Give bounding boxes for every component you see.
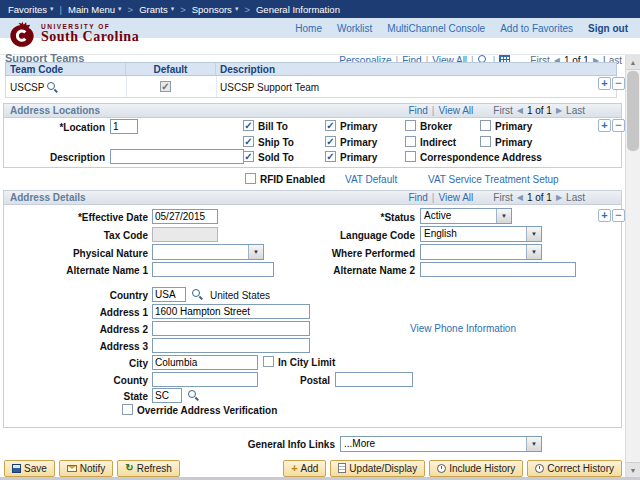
next-arrow-icon[interactable]: ▶ [556, 193, 562, 202]
alternate-name-2-input[interactable] [420, 262, 576, 277]
breadcrumb-sponsors[interactable]: Sponsors ▾ [192, 4, 239, 15]
bill-primary-checkbox[interactable] [325, 120, 336, 131]
add-location-button[interactable]: + [598, 119, 611, 132]
sold-to-checkbox[interactable] [243, 151, 254, 162]
broker-primary-checkbox[interactable] [480, 120, 491, 131]
address-2-input[interactable] [152, 321, 310, 336]
add-button[interactable]: + Add [283, 460, 326, 477]
indirect-label: Indirect [420, 137, 456, 148]
refresh-button[interactable]: ↻ Refresh [117, 460, 179, 477]
where-performed-label: Where Performed [320, 248, 415, 259]
effective-date-input[interactable] [152, 209, 218, 224]
broker-label: Broker [420, 121, 452, 132]
update-display-button[interactable]: Update/Display [330, 460, 425, 477]
county-input[interactable] [152, 372, 258, 387]
delete-row-button[interactable]: − [612, 77, 625, 90]
include-history-label: Include History [449, 463, 515, 474]
column-header-team-code: Team Code [6, 63, 126, 75]
team-code-lookup-icon[interactable] [47, 82, 58, 93]
correct-history-icon [535, 464, 544, 473]
usc-logo: UNIVERSITY OF South Carolina [8, 20, 139, 48]
last-label: Last [566, 192, 585, 203]
general-info-links-select[interactable]: ...More ▼ [340, 436, 542, 452]
notify-label: Notify [80, 463, 106, 474]
update-display-label: Update/Display [349, 463, 417, 474]
add-row-button[interactable]: + [598, 77, 611, 90]
sign-out-link[interactable]: Sign out [588, 23, 628, 34]
view-all-link[interactable]: View All [438, 192, 473, 203]
status-select[interactable]: Active ▼ [420, 208, 512, 224]
state-label: State [10, 391, 148, 402]
page-indicator: 1 of 1 [527, 192, 552, 203]
in-city-limit-checkbox[interactable] [263, 356, 274, 367]
select-arrow-icon: ▼ [526, 437, 541, 451]
caret-down-icon: ▾ [118, 5, 122, 13]
save-button[interactable]: Save [4, 460, 55, 477]
city-input[interactable] [152, 355, 258, 370]
ship-to-label: Ship To [258, 137, 294, 148]
location-input[interactable] [110, 119, 138, 134]
state-input[interactable] [152, 388, 182, 403]
view-all-link[interactable]: View All [438, 105, 473, 116]
prev-arrow-icon[interactable]: ◀ [517, 193, 523, 202]
description-input[interactable] [110, 149, 244, 164]
breadcrumb-current-page: General Information [256, 4, 340, 15]
indirect-checkbox[interactable] [405, 136, 416, 147]
breadcrumb-favorites[interactable]: Favorites ▾ [8, 4, 54, 15]
correspondence-address-checkbox[interactable] [405, 151, 416, 162]
ship-primary-checkbox[interactable] [325, 136, 336, 147]
bill-primary-label: Primary [340, 121, 377, 132]
breadcrumb-main-menu[interactable]: Main Menu ▾ [68, 4, 122, 15]
find-link[interactable]: Find [408, 105, 427, 116]
scroll-down-icon[interactable]: ▼ [626, 462, 640, 477]
caret-down-icon: ▾ [171, 5, 175, 13]
rfid-enabled-checkbox[interactable] [245, 173, 256, 184]
broker-checkbox[interactable] [405, 120, 416, 131]
postal-input[interactable] [335, 372, 413, 387]
where-performed-select[interactable]: ▼ [420, 244, 542, 260]
add-address-button[interactable]: + [598, 209, 611, 222]
delete-address-button[interactable]: − [612, 209, 625, 222]
find-link[interactable]: Find [408, 192, 427, 203]
multichannel-console-link[interactable]: MultiChannel Console [387, 23, 485, 34]
home-link[interactable]: Home [295, 23, 322, 34]
address-3-input[interactable] [152, 338, 310, 353]
description-label: Description [20, 152, 105, 163]
indirect-primary-checkbox[interactable] [480, 136, 491, 147]
where-performed-value [421, 245, 526, 259]
worklist-link[interactable]: Worklist [337, 23, 372, 34]
language-code-label: Language Code [320, 230, 415, 241]
override-address-verification-checkbox[interactable] [122, 404, 133, 415]
prev-arrow-icon[interactable]: ◀ [517, 106, 523, 115]
add-to-favorites-link[interactable]: Add to Favorites [500, 23, 573, 34]
breadcrumb-separator: > [244, 4, 250, 15]
breadcrumb-separator: > [128, 4, 134, 15]
include-history-button[interactable]: Include History [429, 460, 523, 477]
ship-to-checkbox[interactable] [243, 136, 254, 147]
next-arrow-icon[interactable]: ▶ [556, 106, 562, 115]
scroll-up-icon[interactable]: ▲ [626, 55, 640, 70]
state-lookup-icon[interactable] [188, 390, 199, 401]
notify-button[interactable]: Notify [59, 460, 114, 477]
breadcrumb-grants[interactable]: Grants ▾ [139, 4, 174, 15]
correct-history-button[interactable]: Correct History [527, 460, 622, 477]
country-label: Country [10, 290, 148, 301]
vat-default-link[interactable]: VAT Default [345, 174, 397, 185]
physical-nature-label: Physical Nature [10, 248, 148, 259]
physical-nature-select[interactable]: ▼ [152, 244, 264, 260]
delete-location-button[interactable]: − [612, 119, 625, 132]
sold-primary-checkbox[interactable] [325, 151, 336, 162]
language-code-value: English [421, 227, 526, 241]
section-title: Address Locations [10, 105, 100, 116]
vertical-scrollbar[interactable]: ▲ ▼ [625, 55, 640, 477]
separator: | [432, 192, 435, 203]
vat-service-treatment-setup-link[interactable]: VAT Service Treatment Setup [428, 174, 559, 185]
alternate-name-1-input[interactable] [152, 262, 274, 277]
language-code-select[interactable]: English ▼ [420, 226, 542, 242]
scrollbar-thumb[interactable] [627, 71, 639, 151]
address-1-input[interactable] [152, 304, 310, 319]
bill-to-checkbox[interactable] [243, 120, 254, 131]
country-input[interactable] [152, 287, 186, 302]
view-phone-information-link[interactable]: View Phone Information [410, 323, 516, 334]
country-lookup-icon[interactable] [192, 289, 203, 300]
